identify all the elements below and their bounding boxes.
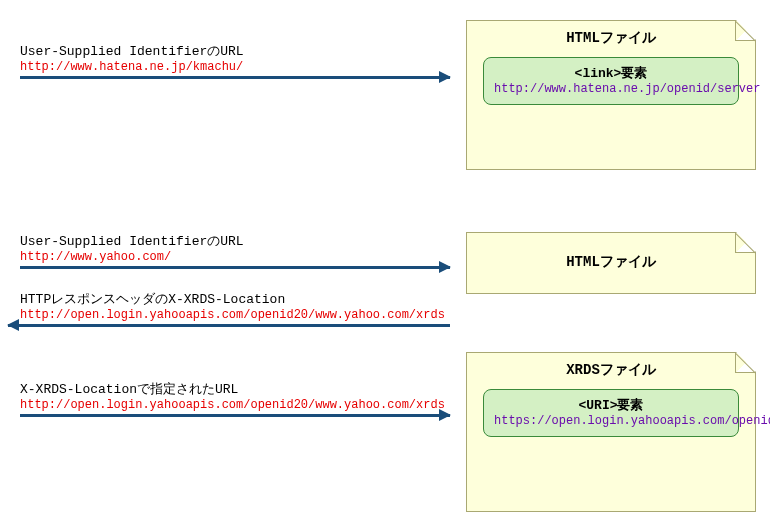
file-title: HTMLファイル [467, 233, 755, 277]
element-name: <link>要素 [494, 64, 728, 82]
arrow-xrds-location-response: HTTPレスポンスヘッダのX-XRDS-Location http://open… [8, 290, 450, 327]
arrow-label: X-XRDS-Locationで指定されたURL [20, 380, 450, 398]
arrow-url: http://www.hatena.ne.jp/kmachu/ [20, 60, 450, 74]
file-xrds: XRDSファイル <URI>要素 https://open.login.yaho… [466, 352, 756, 512]
arrow-label: User-Supplied IdentifierのURL [20, 232, 450, 250]
arrow-url: http://www.yahoo.com/ [20, 250, 450, 264]
uri-element-box: <URI>要素 https://open.login.yahooapis.com… [483, 389, 739, 437]
arrow-xrds-location-request: X-XRDS-Locationで指定されたURL http://open.log… [20, 380, 450, 417]
arrow-line-left [8, 324, 450, 327]
element-url: https://open.login.yahooapis.com/openid/… [494, 414, 728, 430]
file-title: XRDSファイル [467, 353, 755, 385]
element-name: <URI>要素 [494, 396, 728, 414]
arrow-label: HTTPレスポンスヘッダのX-XRDS-Location [20, 290, 450, 308]
file-title: HTMLファイル [467, 21, 755, 53]
link-element-box: <link>要素 http://www.hatena.ne.jp/openid/… [483, 57, 739, 105]
arrow-url: http://open.login.yahooapis.com/openid20… [20, 308, 450, 322]
arrow-user-identifier-2: User-Supplied IdentifierのURL http://www.… [20, 232, 450, 269]
file-html-1: HTMLファイル <link>要素 http://www.hatena.ne.j… [466, 20, 756, 170]
arrow-label: User-Supplied IdentifierのURL [20, 42, 450, 60]
file-corner-icon [735, 353, 755, 373]
file-html-2: HTMLファイル [466, 232, 756, 294]
arrow-user-identifier-1: User-Supplied IdentifierのURL http://www.… [20, 42, 450, 79]
file-corner-icon [735, 21, 755, 41]
arrow-line-right [20, 266, 450, 269]
arrow-url: http://open.login.yahooapis.com/openid20… [20, 398, 450, 412]
arrow-line-right [20, 414, 450, 417]
arrow-line-right [20, 76, 450, 79]
file-corner-icon [735, 233, 755, 253]
element-url: http://www.hatena.ne.jp/openid/server [494, 82, 728, 98]
